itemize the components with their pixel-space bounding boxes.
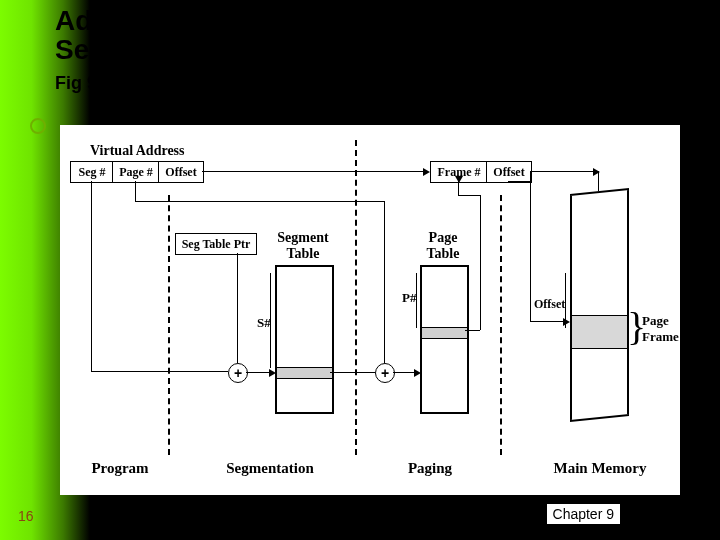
wire [393, 372, 419, 373]
mem-offset-label: Offset [534, 297, 565, 312]
page-frame-label: Page Frame [642, 313, 679, 345]
title-suffix: (see also [449, 43, 526, 63]
wire [135, 201, 384, 202]
frame-offset-cell: Offset [486, 161, 532, 183]
va-page-cell: Page # [112, 161, 160, 183]
p-num-label: P# [402, 290, 416, 306]
wire [270, 273, 271, 368]
page-table [420, 265, 469, 414]
virtual-address-label: Virtual Address [90, 143, 185, 159]
wire [598, 171, 599, 191]
wire [530, 171, 531, 321]
divider-2 [355, 140, 357, 455]
segment-table-label: Segment Table [273, 230, 333, 262]
segment-table [275, 265, 334, 414]
adder-1: + [228, 363, 248, 383]
wire [237, 253, 238, 363]
wire [458, 195, 480, 196]
bullet-icon [30, 118, 46, 134]
wire [246, 372, 274, 373]
wire [530, 321, 568, 322]
divider-3 [500, 195, 502, 455]
s-num-label: S# [257, 315, 271, 331]
page-number: 16 [18, 508, 34, 524]
wire [480, 195, 481, 330]
main-memory [570, 185, 629, 425]
title-line-3: Fig 9. 21) [55, 73, 133, 93]
svg-point-0 [31, 119, 45, 133]
wire [202, 171, 428, 172]
segment-table-entry [277, 367, 332, 379]
mem-torn-top [570, 174, 629, 196]
wire [135, 181, 136, 201]
title-line-1: Address Translation in Combined [55, 5, 502, 36]
title-line-2: Segmentation/Paging System [55, 34, 449, 65]
adder-2: + [375, 363, 395, 383]
wire [458, 181, 459, 195]
col-paging: Paging [390, 460, 470, 477]
page-table-entry [422, 327, 467, 339]
divider-1 [168, 195, 170, 455]
col-segmentation: Segmentation [210, 460, 330, 477]
col-mainmem: Main Memory [540, 460, 660, 477]
slide-title: Address Translation in Combined Segmenta… [55, 6, 695, 94]
wire [465, 330, 480, 331]
va-offset-cell: Offset [158, 161, 204, 183]
page-frame-highlight [572, 315, 627, 349]
mem-torn-bottom [570, 414, 629, 436]
wire [530, 171, 598, 172]
wire [416, 273, 417, 328]
wire [330, 372, 375, 373]
slide: Address Translation in Combined Segmenta… [0, 0, 720, 540]
chapter-label: Chapter 9 [547, 504, 620, 524]
wire [91, 181, 92, 371]
address-translation-diagram: Virtual Address Seg # Page # Offset Seg … [60, 125, 680, 495]
va-seg-cell: Seg # [70, 161, 114, 183]
wire [508, 181, 530, 182]
seg-table-ptr-cell: Seg Table Ptr [175, 233, 257, 255]
wire [91, 371, 228, 372]
col-program: Program [80, 460, 160, 477]
wire [384, 201, 385, 363]
page-table-label: Page Table [418, 230, 468, 262]
